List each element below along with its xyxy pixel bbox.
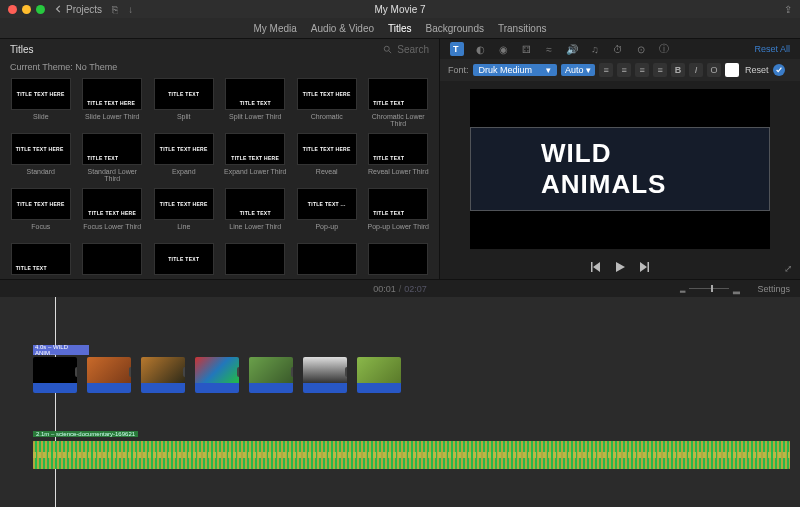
outline-button[interactable]: O xyxy=(707,63,721,77)
transition-icon[interactable]: ⋈ xyxy=(129,367,131,377)
title-thumb: Title Text Here xyxy=(82,188,142,220)
video-clip[interactable]: ⋈ xyxy=(141,357,185,393)
transition-icon[interactable]: ⋈ xyxy=(183,367,185,377)
title-preset[interactable]: Title Text HereFocus Lower Third xyxy=(80,188,146,239)
apply-check-icon[interactable] xyxy=(773,64,785,76)
title-label: Pop-up Lower Third xyxy=(368,223,429,239)
title-preset[interactable]: Title Text HereExpand xyxy=(151,133,217,184)
bold-button[interactable]: B xyxy=(671,63,685,77)
text-color-swatch[interactable] xyxy=(725,63,739,77)
reset-text-button[interactable]: Reset xyxy=(745,65,769,75)
title-thumb: Title Text Here xyxy=(154,133,214,165)
title-preset[interactable]: TITLE TEXT HEREStandard xyxy=(8,133,74,184)
tab-titles[interactable]: Titles xyxy=(388,23,412,34)
next-frame-button[interactable] xyxy=(638,261,650,275)
playhead[interactable] xyxy=(55,297,56,507)
timeline-zoom-slider[interactable]: ▂ ▂ xyxy=(680,284,740,294)
reset-all-button[interactable]: Reset All xyxy=(754,44,790,54)
title-preset[interactable]: Title Text HereReveal xyxy=(294,133,360,184)
prev-frame-button[interactable] xyxy=(590,261,602,275)
title-thumb: TITLE TEXT xyxy=(82,133,142,165)
title-label: Slide xyxy=(33,113,49,129)
video-preview[interactable]: WILD ANIMALS xyxy=(470,89,770,249)
titles-grid: TITLE TEXT HERESlideTITLE TEXT HERESlide… xyxy=(0,78,439,279)
title-preset[interactable]: TITLE TEXT HERELine xyxy=(151,188,217,239)
title-preset[interactable] xyxy=(223,243,289,279)
transition-icon[interactable]: ⋈ xyxy=(237,367,239,377)
align-center-button[interactable]: ≡ xyxy=(617,63,631,77)
title-preset[interactable]: Title TextChromatic Lower Third xyxy=(366,78,432,129)
viewer-panel: T ◐ ◉ ⚃ ≈ 🔊 ♫ ⏱ ⊙ ⓘ Reset All Font: Druk… xyxy=(440,39,800,279)
video-clip[interactable]: ⋈ xyxy=(33,357,77,393)
align-right-button[interactable]: ≡ xyxy=(635,63,649,77)
transition-icon[interactable]: ⋈ xyxy=(345,367,347,377)
title-preset[interactable]: TITLE TEXT xyxy=(151,243,217,279)
title-preset[interactable]: TITLE TEXT xyxy=(8,243,74,279)
font-size-mode[interactable]: Auto ▾ xyxy=(561,64,595,76)
video-clip[interactable]: ⋈ xyxy=(249,357,293,393)
search-field[interactable]: Search xyxy=(383,44,429,55)
noise-reduce-icon[interactable]: ♫ xyxy=(588,42,602,56)
tab-audio-video[interactable]: Audio & Video xyxy=(311,23,374,34)
title-preset[interactable]: TITLE TEXT HERESlide Lower Third xyxy=(80,78,146,129)
align-left-button[interactable]: ≡ xyxy=(599,63,613,77)
video-clip[interactable] xyxy=(357,357,401,393)
stabilization-icon[interactable]: ≈ xyxy=(542,42,556,56)
title-preset[interactable]: TITLE TEXTStandard Lower Third xyxy=(80,133,146,184)
audio-clip[interactable]: 2.1m – science-documentary-169621 xyxy=(33,441,790,469)
title-label: Focus xyxy=(31,223,50,239)
download-icon[interactable]: ↓ xyxy=(128,4,133,15)
title-preset[interactable]: Title Text HereExpand Lower Third xyxy=(223,133,289,184)
share-icon[interactable]: ⇪ xyxy=(784,4,792,15)
close-window-button[interactable] xyxy=(8,5,17,14)
info-icon[interactable]: ⓘ xyxy=(657,42,671,56)
transition-icon[interactable]: ⋈ xyxy=(75,367,77,377)
fullscreen-icon[interactable]: ⤢ xyxy=(784,263,792,274)
timecode-bar: 00:01 / 02:07 ▂ ▂ Settings xyxy=(0,279,800,297)
color-balance-icon[interactable]: ◐ xyxy=(473,42,487,56)
timeline-settings-button[interactable]: Settings xyxy=(757,284,790,294)
title-preset[interactable]: TITLE TEXTSplit Lower Third xyxy=(223,78,289,129)
transition-icon[interactable]: ⋈ xyxy=(291,367,293,377)
italic-button[interactable]: I xyxy=(689,63,703,77)
font-label: Font: xyxy=(448,65,469,75)
title-clip[interactable]: 4.0s – WILD ANIM… xyxy=(33,345,89,355)
title-preset[interactable] xyxy=(294,243,360,279)
title-preset[interactable]: Title TextReveal Lower Third xyxy=(366,133,432,184)
maximize-window-button[interactable] xyxy=(36,5,45,14)
title-preset[interactable]: Title Text HereChromatic xyxy=(294,78,360,129)
title-thumb: TITLE TEXT xyxy=(154,78,214,110)
title-thumb: TITLE TEXT xyxy=(225,78,285,110)
video-clip[interactable]: ⋈ xyxy=(303,357,347,393)
video-clip[interactable]: ⋈ xyxy=(87,357,131,393)
speed-icon[interactable]: ⏱ xyxy=(611,42,625,56)
text-style-toolbar: Font: Druk Medium▾ Auto ▾ ≡ ≡ ≡ ≡ B I O … xyxy=(440,59,800,81)
title-preset[interactable]: TITLE TEXTSplit xyxy=(151,78,217,129)
color-correction-icon[interactable]: ◉ xyxy=(496,42,510,56)
tab-backgrounds[interactable]: Backgrounds xyxy=(426,23,484,34)
title-text-overlay[interactable]: WILD ANIMALS xyxy=(470,127,770,211)
minimize-window-button[interactable] xyxy=(22,5,31,14)
play-button[interactable] xyxy=(614,261,626,275)
tab-transitions[interactable]: Transitions xyxy=(498,23,547,34)
back-to-projects-button[interactable]: Projects xyxy=(55,4,102,15)
volume-icon[interactable]: 🔊 xyxy=(565,42,579,56)
import-icon[interactable]: ⎘ xyxy=(112,4,118,15)
video-clip[interactable]: ⋈ xyxy=(195,357,239,393)
title-preset[interactable]: TITLE TEXT HERESlide xyxy=(8,78,74,129)
crop-icon[interactable]: ⚃ xyxy=(519,42,533,56)
text-inspector-icon[interactable]: T xyxy=(450,42,464,56)
title-preset[interactable] xyxy=(80,243,146,279)
clip-filter-icon[interactable]: ⊙ xyxy=(634,42,648,56)
title-preset[interactable]: TITLE TEXTPop-up Lower Third xyxy=(366,188,432,239)
title-preset[interactable]: TITLE TEXTLine Lower Third xyxy=(223,188,289,239)
title-preset[interactable]: Title Text HereFocus xyxy=(8,188,74,239)
align-justify-button[interactable]: ≡ xyxy=(653,63,667,77)
title-preset[interactable]: TITLE TEXT ...Pop-up xyxy=(294,188,360,239)
title-preset[interactable] xyxy=(366,243,432,279)
current-theme-label: Current Theme: No Theme xyxy=(0,60,439,78)
tab-my-media[interactable]: My Media xyxy=(253,23,296,34)
font-family-select[interactable]: Druk Medium▾ xyxy=(473,64,558,76)
timeline[interactable]: 4.0s – WILD ANIM… ⋈⋈⋈⋈⋈⋈ 2.1m – science-… xyxy=(0,297,800,507)
title-label: Standard xyxy=(27,168,55,184)
